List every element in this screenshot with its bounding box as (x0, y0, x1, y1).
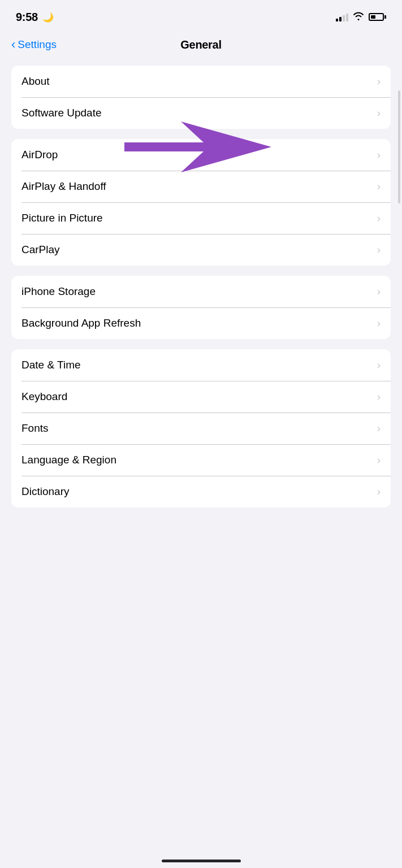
about-chevron-icon: › (377, 75, 381, 88)
dictionary-chevron-icon: › (377, 485, 381, 498)
date-time-label: Date & Time (21, 359, 81, 371)
settings-row-software-update[interactable]: Software Update › (11, 97, 391, 129)
picture-in-picture-chevron-icon: › (377, 212, 381, 224)
airdrop-chevron-icon: › (377, 149, 381, 161)
settings-row-date-time[interactable]: Date & Time › (11, 349, 391, 381)
status-bar: 9:58 🌙 (0, 0, 402, 31)
settings-container: About › Software Update › AirDrop › AirP… (0, 61, 402, 512)
language-region-label: Language & Region (21, 454, 116, 466)
battery-icon (369, 13, 386, 21)
settings-group-2: AirDrop › AirPlay & Handoff › Picture in… (11, 139, 391, 266)
settings-row-keyboard[interactable]: Keyboard › (11, 381, 391, 413)
nav-bar: ‹ Settings General (0, 31, 402, 61)
carplay-label: CarPlay (21, 244, 60, 256)
settings-row-fonts[interactable]: Fonts › (11, 413, 391, 444)
settings-row-carplay[interactable]: CarPlay › (11, 234, 391, 266)
settings-group-4: Date & Time › Keyboard › Fonts › Languag… (11, 349, 391, 507)
wifi-icon (353, 11, 364, 23)
fonts-chevron-icon: › (377, 422, 381, 435)
page-title: General (180, 38, 221, 51)
back-button[interactable]: ‹ Settings (11, 38, 57, 51)
settings-group-3: iPhone Storage › Background App Refresh … (11, 276, 391, 339)
settings-row-language-region[interactable]: Language & Region › (11, 444, 391, 476)
airplay-handoff-label: AirPlay & Handoff (21, 180, 106, 193)
settings-row-picture-in-picture[interactable]: Picture in Picture › (11, 202, 391, 234)
iphone-storage-label: iPhone Storage (21, 285, 96, 298)
moon-icon: 🌙 (42, 12, 54, 23)
date-time-chevron-icon: › (377, 359, 381, 371)
carplay-chevron-icon: › (377, 244, 381, 256)
back-chevron-icon: ‹ (11, 38, 15, 51)
settings-row-airdrop[interactable]: AirDrop › (11, 139, 391, 171)
language-region-chevron-icon: › (377, 454, 381, 466)
signal-icon (336, 12, 348, 21)
keyboard-chevron-icon: › (377, 390, 381, 403)
back-label: Settings (18, 38, 57, 51)
settings-group-1: About › Software Update › (11, 66, 391, 129)
dictionary-label: Dictionary (21, 485, 69, 498)
scrollbar[interactable] (398, 90, 400, 203)
airdrop-label: AirDrop (21, 149, 58, 161)
home-indicator (162, 860, 241, 862)
background-app-refresh-chevron-icon: › (377, 317, 381, 329)
software-update-chevron-icon: › (377, 107, 381, 119)
background-app-refresh-label: Background App Refresh (21, 317, 141, 329)
status-icons (336, 11, 386, 23)
status-time: 9:58 (16, 11, 38, 24)
keyboard-label: Keyboard (21, 390, 67, 403)
settings-row-iphone-storage[interactable]: iPhone Storage › (11, 276, 391, 307)
about-label: About (21, 75, 50, 88)
iphone-storage-chevron-icon: › (377, 285, 381, 298)
picture-in-picture-label: Picture in Picture (21, 212, 103, 224)
software-update-label: Software Update (21, 107, 102, 119)
fonts-label: Fonts (21, 422, 49, 435)
settings-row-airplay-handoff[interactable]: AirPlay & Handoff › (11, 171, 391, 202)
settings-row-background-app-refresh[interactable]: Background App Refresh › (11, 307, 391, 339)
settings-row-about[interactable]: About › (11, 66, 391, 97)
settings-row-dictionary[interactable]: Dictionary › (11, 476, 391, 507)
airplay-handoff-chevron-icon: › (377, 180, 381, 193)
